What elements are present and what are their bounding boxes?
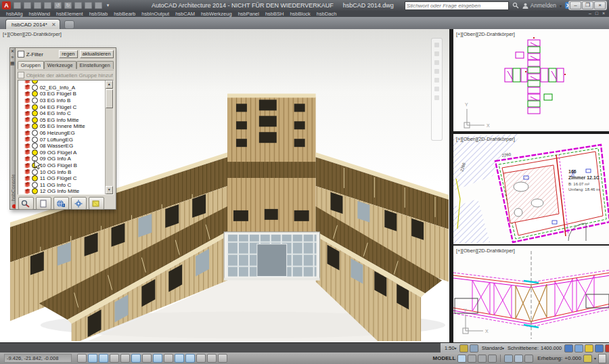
group-list-item[interactable]: 03 EG Info B: [19, 97, 105, 104]
signin-dropdown-icon[interactable]: ▾: [560, 3, 562, 8]
quick-properties-toggle[interactable]: [207, 354, 217, 363]
viewport-label[interactable]: [+][Oben][2D-Drahtkörper]: [3, 31, 62, 37]
magnifier-pen-icon[interactable]: [18, 197, 34, 210]
group-visibility-dot[interactable]: [32, 80, 38, 84]
group-visibility-dot[interactable]: [32, 137, 38, 143]
viewport-label[interactable]: [+][Oben][2D-Drahtkörper]: [456, 136, 515, 142]
user-icon[interactable]: [522, 3, 528, 9]
new-tab-button[interactable]: [64, 20, 74, 29]
pin-icon[interactable]: »: [11, 54, 14, 60]
infer-constraints-toggle[interactable]: [77, 354, 87, 363]
transparency-toggle[interactable]: [196, 354, 206, 363]
display-config-dropdown-icon[interactable]: ▾: [502, 346, 504, 350]
snap-toggle[interactable]: [88, 354, 97, 363]
layout-icon[interactable]: [468, 355, 476, 363]
group-list-item[interactable]: 09 OG Info A: [19, 156, 105, 162]
group-visibility-dot[interactable]: [32, 85, 38, 91]
group-visibility-dot[interactable]: [32, 123, 38, 129]
quick-view-layouts-icon[interactable]: [478, 355, 487, 363]
menu-item-hsbStab[interactable]: hsbStab: [89, 11, 108, 17]
render-icon[interactable]: [85, 2, 92, 9]
scroll-down-icon[interactable]: ▼: [106, 186, 113, 194]
status-icon-blue2[interactable]: [595, 344, 604, 352]
polar-toggle[interactable]: [120, 354, 130, 363]
new-file-icon[interactable]: [14, 2, 21, 9]
save-icon[interactable]: [34, 2, 41, 9]
group-list[interactable]: 02_EG_Info_A03 EG Flügel B03 EG Info B04…: [18, 80, 114, 195]
plot-icon[interactable]: [44, 2, 51, 9]
dynamic-input-toggle[interactable]: [175, 354, 184, 363]
group-visibility-dot[interactable]: [32, 175, 38, 181]
group-visibility-dot[interactable]: [32, 188, 38, 194]
group-list-item[interactable]: 06 HeizungEG: [19, 130, 105, 137]
workspace-icon[interactable]: [74, 2, 82, 9]
group-list-item[interactable]: 03 EG Flügel B: [19, 91, 105, 97]
tab-close-icon[interactable]: ✕: [51, 22, 56, 28]
add-to-group-checkbox[interactable]: [18, 72, 24, 78]
annotation-auto-icon[interactable]: [514, 355, 523, 363]
redo-icon[interactable]: ↻: [64, 2, 72, 9]
menu-item-hsbBSH[interactable]: hsbBSH: [265, 11, 284, 17]
navigation-bar[interactable]: [431, 38, 443, 141]
group-visibility-dot[interactable]: [32, 110, 38, 116]
tab-werkzeuge[interactable]: Werkzeuge: [44, 61, 76, 69]
menu-item-hsbElement[interactable]: hsbElement: [56, 11, 83, 17]
model-space-icon[interactable]: [457, 355, 466, 363]
group-list-item[interactable]: 12 OG Info Mitte: [19, 188, 105, 195]
group-list-item[interactable]: 10 OG Info B: [19, 168, 105, 175]
autocad-logo-icon[interactable]: A: [2, 1, 11, 9]
elevation-lock-icon[interactable]: [583, 355, 592, 363]
menu-item-hsbCAM[interactable]: hsbCAM: [175, 11, 195, 17]
menu-item-hsbDach[interactable]: hsbDach: [317, 11, 337, 17]
annotation-scale-icon[interactable]: [504, 355, 513, 363]
group-visibility-dot[interactable]: [32, 182, 38, 188]
yellow-box-icon[interactable]: [89, 197, 104, 210]
group-visibility-dot[interactable]: [32, 130, 38, 136]
regen-button[interactable]: regen: [59, 50, 77, 58]
cut-plane-value[interactable]: 1400.000: [541, 345, 562, 351]
minimize-button[interactable]: –: [570, 1, 581, 9]
group-visibility-dot[interactable]: [32, 91, 38, 97]
lineweight-toggle[interactable]: [185, 354, 195, 363]
help-search-box[interactable]: [405, 1, 509, 10]
viewport-label[interactable]: [+][Oben][2D-Drahtkörper]: [456, 248, 515, 254]
menu-item-hsbPanel[interactable]: hsbPanel: [238, 11, 259, 17]
group-list-item[interactable]: [19, 80, 105, 85]
status-icon-yellow[interactable]: [585, 344, 593, 352]
scroll-thumb[interactable]: [106, 89, 113, 108]
globe-info-icon[interactable]: i: [53, 197, 69, 210]
osnap-toggle[interactable]: [131, 354, 141, 363]
menu-item-hsbInOutput[interactable]: hsbInOutput: [141, 11, 169, 17]
status-menu-icon[interactable]: ▾: [594, 356, 596, 361]
document-window-controls[interactable]: – □ ×: [589, 11, 606, 16]
elevation-value[interactable]: +0.000: [564, 355, 581, 361]
annotation-scale-icon[interactable]: [459, 344, 468, 352]
clean-screen-button[interactable]: [598, 354, 606, 363]
dropdown-icon[interactable]: ▾: [105, 3, 111, 8]
close-button[interactable]: ×: [594, 1, 606, 9]
grid-toggle[interactable]: [99, 354, 108, 363]
group-list-item[interactable]: 09 OG Flügel A: [19, 150, 105, 156]
restore-button[interactable]: ❐: [582, 1, 593, 9]
menu-item-hsbBearb[interactable]: hsbBearb: [114, 11, 135, 17]
group-visibility-dot[interactable]: [32, 97, 38, 104]
3d-osnap-toggle[interactable]: [142, 354, 152, 363]
properties-icon[interactable]: ▦: [10, 60, 15, 66]
search-icon[interactable]: [512, 2, 519, 9]
annotation-visibility-icon[interactable]: [470, 344, 478, 352]
palette-title-strip[interactable]: ✕ » ▦ hsbConsole: [9, 47, 16, 210]
viewport-room-plan[interactable]: [+][Oben][2D-Drahtkörper]: [452, 133, 609, 244]
tab-gruppen[interactable]: Gruppen: [18, 61, 44, 69]
viewport-plan-overview[interactable]: [+][Oben][2D-Drahtkörper] Y: [452, 29, 609, 131]
group-list-item[interactable]: 08 WasserEG: [19, 143, 105, 150]
otrack-toggle[interactable]: [153, 354, 162, 363]
status-icon-steel[interactable]: [574, 344, 583, 352]
file-tab-active[interactable]: hsbCAD 2014* ✕: [5, 19, 60, 30]
group-list-item[interactable]: 05 EG Info Mitte: [19, 117, 105, 124]
workspace-gear-icon[interactable]: [524, 355, 533, 363]
properties-icon[interactable]: [95, 2, 102, 9]
display-config-value[interactable]: Standard: [482, 345, 502, 351]
menu-item-hsbBlock[interactable]: hsbBlock: [290, 11, 310, 17]
quick-view-drawings-icon[interactable]: [488, 355, 497, 363]
group-list-item[interactable]: 04 EG Info C: [19, 110, 105, 117]
